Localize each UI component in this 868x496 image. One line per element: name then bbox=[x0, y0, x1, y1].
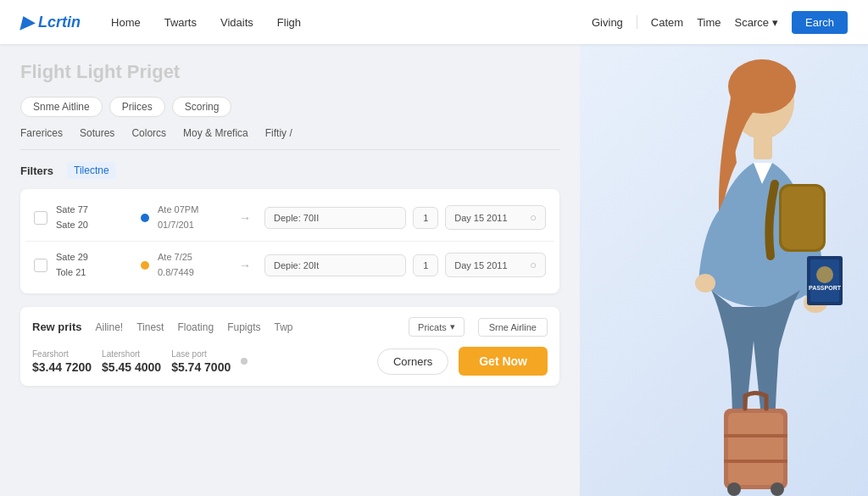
price-value-3: $5.74 7000 bbox=[171, 360, 231, 374]
dot-blue-icon bbox=[141, 214, 149, 222]
nav-fligh[interactable]: Fligh bbox=[277, 16, 301, 29]
card-info-left-1: Sate 77 Sate 20 bbox=[56, 203, 132, 232]
svg-rect-16 bbox=[724, 460, 787, 463]
filter-bar: Filters Tilectne bbox=[20, 162, 559, 179]
card-day-label-1: Day 15 2011 bbox=[454, 213, 507, 223]
price-row: Fearshort $3.44 7200 Latershort $5.45 40… bbox=[32, 347, 548, 376]
price-label-2: Latershort bbox=[102, 349, 161, 359]
left-panel: Flight Light Priget Snme Aitline Priices… bbox=[0, 44, 580, 496]
card-date1-2: Sate 29 bbox=[56, 250, 132, 265]
card-time2-2: 0.8/7449 bbox=[158, 265, 225, 281]
scarce-dropdown[interactable]: Scarce ▾ bbox=[735, 16, 778, 29]
results-tab-twp[interactable]: Twp bbox=[275, 321, 293, 333]
tab-moy-mrefica[interactable]: Moy & Mrefica bbox=[183, 127, 248, 142]
card-depart-2[interactable]: Depie: 20It bbox=[264, 254, 406, 276]
tab-snme-aitline[interactable]: Snme Aitline bbox=[20, 97, 103, 117]
card-depart-1[interactable]: Deple: 70II bbox=[264, 207, 406, 229]
price-value-2: $5.45 4000 bbox=[102, 360, 161, 374]
right-image-panel: PASSPORT bbox=[580, 44, 868, 496]
nav-time[interactable]: Time bbox=[697, 16, 721, 29]
tabs-row1: Snme Aitline Priices Scoring bbox=[20, 97, 559, 117]
card-info-left-2: Sate 29 Tole 21 bbox=[56, 250, 132, 280]
card-day-1[interactable]: Day 15 2011 ○ bbox=[445, 205, 546, 230]
price-label-3: Lase port bbox=[171, 349, 231, 359]
card-indicator-2 bbox=[141, 261, 149, 270]
tab-sotures[interactable]: Sotures bbox=[80, 127, 114, 142]
tab-priices[interactable]: Priices bbox=[109, 97, 165, 117]
clock-icon-2: ○ bbox=[530, 259, 537, 271]
card-checkbox-1[interactable] bbox=[34, 211, 47, 225]
card-fields-2: Depie: 20It 1 Day 15 2011 ○ bbox=[264, 253, 546, 277]
logo-text: Lcrtin bbox=[38, 14, 81, 31]
dot-orange-icon bbox=[141, 261, 149, 270]
nav-giving[interactable]: Giving bbox=[592, 16, 623, 29]
svg-rect-14 bbox=[728, 413, 783, 485]
card-fields-1: Deple: 70II 1 Day 15 2011 ○ bbox=[264, 205, 546, 230]
flight-cards: Sate 77 Sate 20 Ate 07PM 01/7/201 → Depl… bbox=[20, 189, 559, 293]
navbar: ▶ Lcrtin Home Twarts Vidaits Fligh Givin… bbox=[0, 0, 868, 44]
svg-point-8 bbox=[695, 274, 715, 293]
svg-point-17 bbox=[727, 482, 741, 496]
price-value-1: $3.44 7200 bbox=[32, 360, 92, 374]
pricats-button[interactable]: Pricats ▾ bbox=[409, 317, 465, 337]
scarce-label: Scarce bbox=[735, 16, 769, 29]
results-section: Rew prits Ailine! Tinest Floating Fupigt… bbox=[20, 307, 559, 386]
card-times-1: Ate 07PM 01/7/201 bbox=[158, 203, 225, 232]
nav-links: Home Twarts Vidaits Fligh bbox=[111, 16, 592, 29]
filter-tilectne[interactable]: Tilectne bbox=[67, 162, 116, 179]
nav-catem[interactable]: Catem bbox=[651, 16, 683, 29]
svg-rect-12 bbox=[782, 187, 823, 249]
results-title: Rew prits bbox=[32, 320, 82, 333]
card-date1-1: Sate 77 bbox=[56, 203, 132, 218]
card-checkbox-2[interactable] bbox=[34, 259, 47, 272]
tab-scoring[interactable]: Scoring bbox=[172, 97, 232, 117]
airline-button[interactable]: Srne Airline bbox=[478, 318, 548, 337]
tabs-row2: Farerices Sotures Colorcs Moy & Mrefica … bbox=[20, 127, 559, 150]
card-day-label-2: Day 15 2011 bbox=[454, 260, 507, 270]
results-tab-floating[interactable]: Floating bbox=[177, 321, 214, 333]
price-block-2: Latershort $5.45 4000 bbox=[102, 349, 161, 374]
svg-rect-2 bbox=[754, 136, 772, 159]
chevron-down-icon: ▾ bbox=[772, 16, 778, 29]
nav-twarts[interactable]: Twarts bbox=[164, 16, 197, 29]
search-button[interactable]: Earch bbox=[792, 11, 848, 34]
nav-home[interactable]: Home bbox=[111, 16, 141, 29]
results-tab-fupigts[interactable]: Fupigts bbox=[227, 321, 260, 333]
card-time1-1: Ate 07PM bbox=[158, 203, 225, 218]
tab-farerices[interactable]: Farerices bbox=[20, 127, 63, 142]
corners-button[interactable]: Corners bbox=[377, 348, 448, 375]
card-count-2[interactable]: 1 bbox=[413, 254, 438, 276]
card-indicator-1 bbox=[141, 214, 149, 222]
tab-fiftiy[interactable]: Fiftiy / bbox=[265, 127, 292, 142]
card-count-1[interactable]: 1 bbox=[413, 207, 438, 229]
price-block-1: Fearshort $3.44 7200 bbox=[32, 349, 92, 374]
card-date2-1: Sate 20 bbox=[56, 218, 132, 233]
card-time1-2: Ate 7/25 bbox=[158, 250, 225, 265]
card-time2-1: 01/7/201 bbox=[158, 218, 225, 233]
svg-text:PASSPORT: PASSPORT bbox=[809, 285, 842, 291]
results-tab-airline[interactable]: Ailine! bbox=[96, 321, 124, 333]
results-tab-tinest[interactable]: Tinest bbox=[136, 321, 164, 333]
get-now-button[interactable]: Get Now bbox=[459, 347, 548, 376]
svg-point-18 bbox=[771, 482, 784, 496]
arrow-icon-2: → bbox=[239, 259, 251, 272]
person-illustration: PASSPORT bbox=[580, 44, 868, 496]
logo[interactable]: ▶ Lcrtin bbox=[20, 12, 81, 32]
svg-point-6 bbox=[816, 266, 833, 283]
nav-right: Giving Catem Time Scarce ▾ Earch bbox=[592, 11, 848, 34]
main-content: Flight Light Priget Snme Aitline Priices… bbox=[0, 44, 868, 496]
pricats-chevron-icon: ▾ bbox=[450, 321, 455, 332]
card-day-2[interactable]: Day 15 2011 ○ bbox=[445, 253, 546, 277]
card-date2-2: Tole 21 bbox=[56, 265, 132, 281]
tab-colorcs[interactable]: Colorcs bbox=[131, 127, 166, 142]
nav-vidaits[interactable]: Vidaits bbox=[220, 16, 253, 29]
flight-card-2: Sate 29 Tole 21 Ate 7/25 0.8/7449 → Depi… bbox=[25, 242, 554, 288]
nav-divider bbox=[637, 15, 637, 29]
results-header: Rew prits Ailine! Tinest Floating Fupigt… bbox=[32, 317, 548, 337]
logo-icon: ▶ bbox=[20, 12, 33, 32]
price-block-3: Lase port $5.74 7000 bbox=[171, 349, 231, 374]
card-times-2: Ate 7/25 0.8/7449 bbox=[158, 250, 225, 280]
price-label-1: Fearshort bbox=[32, 349, 92, 359]
arrow-icon: → bbox=[239, 211, 251, 225]
flight-card: Sate 77 Sate 20 Ate 07PM 01/7/201 → Depl… bbox=[25, 194, 554, 242]
